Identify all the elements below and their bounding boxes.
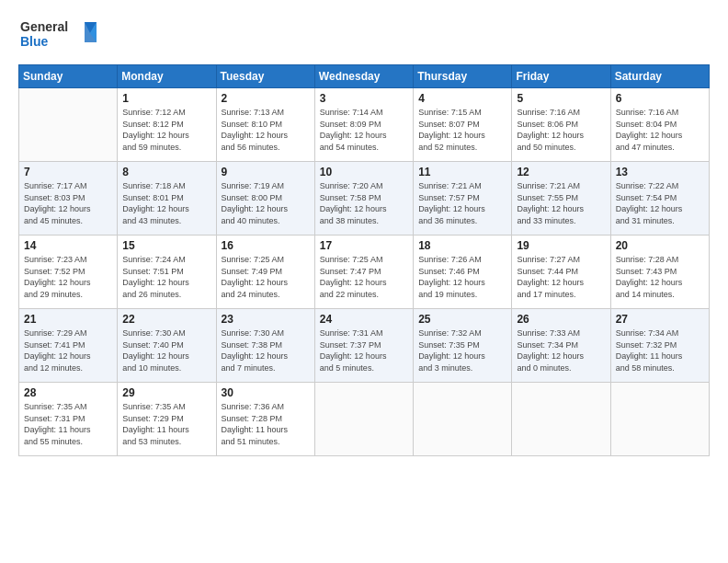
day-cell: 30Sunrise: 7:36 AM Sunset: 7:28 PM Dayli… [216,383,314,456]
day-info: Sunrise: 7:35 AM Sunset: 7:31 PM Dayligh… [24,401,112,447]
day-cell [512,383,610,456]
day-cell: 6Sunrise: 7:16 AM Sunset: 8:04 PM Daylig… [610,88,709,162]
day-number: 11 [418,166,506,178]
day-cell: 15Sunrise: 7:24 AM Sunset: 7:51 PM Dayli… [118,236,216,309]
day-number: 3 [320,92,408,105]
day-number: 7 [24,166,112,178]
day-cell: 16Sunrise: 7:25 AM Sunset: 7:49 PM Dayli… [216,236,314,309]
day-info: Sunrise: 7:31 AM Sunset: 7:37 PM Dayligh… [320,327,408,373]
day-info: Sunrise: 7:14 AM Sunset: 8:09 PM Dayligh… [320,107,408,153]
day-number: 15 [122,239,210,252]
day-cell: 2Sunrise: 7:13 AM Sunset: 8:10 PM Daylig… [216,88,314,162]
day-cell: 4Sunrise: 7:15 AM Sunset: 8:07 PM Daylig… [414,88,512,162]
weekday-sunday: Sunday [19,65,118,88]
header: General Blue [18,15,710,55]
day-cell: 20Sunrise: 7:28 AM Sunset: 7:43 PM Dayli… [610,236,709,309]
day-cell: 26Sunrise: 7:33 AM Sunset: 7:34 PM Dayli… [512,309,610,383]
day-info: Sunrise: 7:22 AM Sunset: 7:54 PM Dayligh… [616,180,704,226]
day-cell: 19Sunrise: 7:27 AM Sunset: 7:44 PM Dayli… [512,236,610,309]
day-info: Sunrise: 7:13 AM Sunset: 8:10 PM Dayligh… [222,107,310,153]
day-cell [314,383,413,456]
day-number: 2 [222,92,310,105]
logo-icon: General Blue [18,15,101,52]
day-number: 22 [122,313,210,326]
day-cell [19,88,118,162]
day-number: 12 [517,166,605,178]
day-info: Sunrise: 7:19 AM Sunset: 8:00 PM Dayligh… [222,180,310,226]
weekday-header-row: SundayMondayTuesdayWednesdayThursdayFrid… [19,65,710,88]
day-info: Sunrise: 7:32 AM Sunset: 7:35 PM Dayligh… [418,327,506,373]
day-info: Sunrise: 7:12 AM Sunset: 8:12 PM Dayligh… [122,107,210,153]
logo: General Blue [18,15,101,55]
day-info: Sunrise: 7:28 AM Sunset: 7:43 PM Dayligh… [616,254,704,300]
calendar-table: SundayMondayTuesdayWednesdayThursdayFrid… [18,64,710,456]
day-info: Sunrise: 7:15 AM Sunset: 8:07 PM Dayligh… [418,107,506,153]
day-info: Sunrise: 7:16 AM Sunset: 8:06 PM Dayligh… [517,107,605,153]
day-info: Sunrise: 7:16 AM Sunset: 8:04 PM Dayligh… [616,107,704,153]
day-cell: 14Sunrise: 7:23 AM Sunset: 7:52 PM Dayli… [19,236,118,309]
day-info: Sunrise: 7:34 AM Sunset: 7:32 PM Dayligh… [616,327,704,373]
week-row-4: 21Sunrise: 7:29 AM Sunset: 7:41 PM Dayli… [19,309,710,383]
day-info: Sunrise: 7:35 AM Sunset: 7:29 PM Dayligh… [122,401,210,447]
day-number: 1 [122,92,210,105]
day-number: 20 [616,239,704,252]
day-number: 21 [24,313,112,326]
week-row-5: 28Sunrise: 7:35 AM Sunset: 7:31 PM Dayli… [19,383,710,456]
day-number: 30 [222,386,310,399]
day-cell: 21Sunrise: 7:29 AM Sunset: 7:41 PM Dayli… [19,309,118,383]
day-number: 26 [517,313,605,326]
day-cell: 25Sunrise: 7:32 AM Sunset: 7:35 PM Dayli… [414,309,512,383]
weekday-tuesday: Tuesday [216,65,314,88]
day-cell [610,383,709,456]
day-cell: 28Sunrise: 7:35 AM Sunset: 7:31 PM Dayli… [19,383,118,456]
day-cell: 7Sunrise: 7:17 AM Sunset: 8:03 PM Daylig… [19,162,118,236]
day-cell: 18Sunrise: 7:26 AM Sunset: 7:46 PM Dayli… [414,236,512,309]
day-cell: 1Sunrise: 7:12 AM Sunset: 8:12 PM Daylig… [118,88,216,162]
day-info: Sunrise: 7:21 AM Sunset: 7:55 PM Dayligh… [517,180,605,226]
day-number: 28 [24,386,112,399]
day-cell: 23Sunrise: 7:30 AM Sunset: 7:38 PM Dayli… [216,309,314,383]
weekday-wednesday: Wednesday [314,65,413,88]
weekday-friday: Friday [512,65,610,88]
day-cell: 11Sunrise: 7:21 AM Sunset: 7:57 PM Dayli… [414,162,512,236]
day-number: 17 [320,239,408,252]
day-info: Sunrise: 7:33 AM Sunset: 7:34 PM Dayligh… [517,327,605,373]
svg-text:General: General [20,19,68,34]
day-cell: 13Sunrise: 7:22 AM Sunset: 7:54 PM Dayli… [610,162,709,236]
day-number: 14 [24,239,112,252]
day-cell [414,383,512,456]
day-info: Sunrise: 7:18 AM Sunset: 8:01 PM Dayligh… [122,180,210,226]
svg-text:Blue: Blue [20,34,49,49]
weekday-monday: Monday [118,65,216,88]
day-number: 9 [222,166,310,178]
day-number: 13 [616,166,704,178]
day-number: 16 [222,239,310,252]
day-info: Sunrise: 7:23 AM Sunset: 7:52 PM Dayligh… [24,254,112,300]
week-row-3: 14Sunrise: 7:23 AM Sunset: 7:52 PM Dayli… [19,236,710,309]
day-info: Sunrise: 7:25 AM Sunset: 7:47 PM Dayligh… [320,254,408,300]
day-info: Sunrise: 7:24 AM Sunset: 7:51 PM Dayligh… [122,254,210,300]
day-info: Sunrise: 7:26 AM Sunset: 7:46 PM Dayligh… [418,254,506,300]
day-cell: 22Sunrise: 7:30 AM Sunset: 7:40 PM Dayli… [118,309,216,383]
day-info: Sunrise: 7:30 AM Sunset: 7:40 PM Dayligh… [122,327,210,373]
day-cell: 29Sunrise: 7:35 AM Sunset: 7:29 PM Dayli… [118,383,216,456]
day-number: 8 [122,166,210,178]
day-cell: 8Sunrise: 7:18 AM Sunset: 8:01 PM Daylig… [118,162,216,236]
day-info: Sunrise: 7:36 AM Sunset: 7:28 PM Dayligh… [222,401,310,447]
week-row-2: 7Sunrise: 7:17 AM Sunset: 8:03 PM Daylig… [19,162,710,236]
day-number: 5 [517,92,605,105]
day-cell: 10Sunrise: 7:20 AM Sunset: 7:58 PM Dayli… [314,162,413,236]
day-number: 4 [418,92,506,105]
day-cell: 9Sunrise: 7:19 AM Sunset: 8:00 PM Daylig… [216,162,314,236]
day-info: Sunrise: 7:20 AM Sunset: 7:58 PM Dayligh… [320,180,408,226]
day-number: 18 [418,239,506,252]
day-info: Sunrise: 7:25 AM Sunset: 7:49 PM Dayligh… [222,254,310,300]
day-info: Sunrise: 7:30 AM Sunset: 7:38 PM Dayligh… [222,327,310,373]
weekday-thursday: Thursday [414,65,512,88]
day-number: 6 [616,92,704,105]
day-info: Sunrise: 7:21 AM Sunset: 7:57 PM Dayligh… [418,180,506,226]
day-number: 29 [122,386,210,399]
day-cell: 3Sunrise: 7:14 AM Sunset: 8:09 PM Daylig… [314,88,413,162]
day-info: Sunrise: 7:29 AM Sunset: 7:41 PM Dayligh… [24,327,112,373]
day-cell: 27Sunrise: 7:34 AM Sunset: 7:32 PM Dayli… [610,309,709,383]
